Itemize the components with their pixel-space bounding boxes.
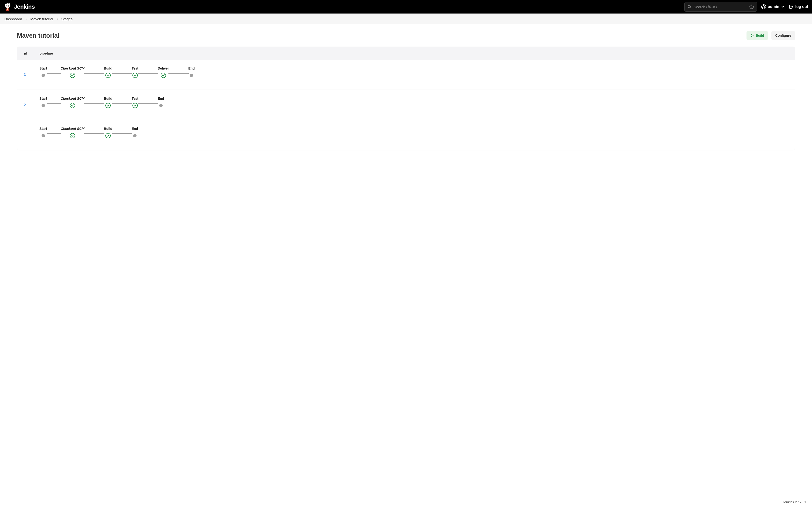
run-id-link[interactable]: 2 xyxy=(24,96,39,107)
pipeline-stage[interactable]: Checkout SCM xyxy=(61,66,85,78)
brand-name: Jenkins xyxy=(14,3,35,10)
chevron-right-icon xyxy=(25,17,27,21)
pipeline-connector xyxy=(47,73,61,74)
top-header: Jenkins admin xyxy=(0,0,812,13)
pipeline-run-row: 1StartCheckout SCMBuildEnd xyxy=(17,120,795,150)
logout-icon xyxy=(789,4,794,9)
pipeline-stage[interactable]: End xyxy=(158,97,164,107)
success-node-icon xyxy=(161,73,166,78)
chevron-right-icon xyxy=(56,17,58,21)
svg-point-6 xyxy=(750,5,754,9)
breadcrumb-item[interactable]: Stages xyxy=(61,17,73,21)
pipeline-stage[interactable]: Start xyxy=(39,97,47,107)
title-actions: Build Configure xyxy=(747,31,795,40)
stage-label: Build xyxy=(104,97,112,101)
logout-label: log out xyxy=(795,5,808,9)
pipeline-stage[interactable]: Checkout SCM xyxy=(61,97,85,108)
pipeline-stage[interactable]: Checkout SCM xyxy=(61,127,85,138)
success-node-icon xyxy=(133,103,138,108)
title-row: Maven tutorial Build Configure xyxy=(17,31,795,40)
stage-label: Test xyxy=(132,66,139,70)
pipeline-connector xyxy=(112,103,132,104)
pipeline-run-row: 2StartCheckout SCMBuildTestEnd xyxy=(17,90,795,120)
pipeline-stage[interactable]: Start xyxy=(39,66,47,77)
pipeline-connector xyxy=(138,103,158,104)
pipeline-stage[interactable]: Deliver xyxy=(158,66,169,78)
pipeline-connector xyxy=(138,73,158,74)
stage-label: Test xyxy=(132,97,139,101)
col-header-id: id xyxy=(24,51,39,55)
pipeline-stage[interactable]: Test xyxy=(132,97,139,108)
search-icon xyxy=(688,5,692,9)
configure-button[interactable]: Configure xyxy=(771,31,795,40)
pipeline-connector xyxy=(168,73,189,74)
help-icon[interactable] xyxy=(749,5,754,9)
success-node-icon xyxy=(70,73,75,78)
stage-label: Checkout SCM xyxy=(61,97,85,101)
user-icon xyxy=(761,4,766,9)
pipeline-connector xyxy=(47,133,61,134)
terminal-node-icon xyxy=(159,104,163,107)
header-actions: admin log out xyxy=(761,4,808,9)
stage-label: End xyxy=(158,97,164,101)
svg-rect-3 xyxy=(7,8,8,10)
pipeline-run-row: 3StartCheckout SCMBuildTestDeliverEnd xyxy=(17,60,795,90)
breadcrumb-item[interactable]: Dashboard xyxy=(4,17,22,21)
run-id-link[interactable]: 1 xyxy=(24,126,39,137)
pipeline-connector xyxy=(47,103,61,104)
pipeline-connector xyxy=(84,73,104,74)
pipeline-stage[interactable]: Test xyxy=(132,66,139,78)
success-node-icon xyxy=(133,73,138,78)
stage-label: Start xyxy=(39,127,47,131)
runs-container: 3StartCheckout SCMBuildTestDeliverEnd2St… xyxy=(17,60,795,150)
terminal-node-icon xyxy=(133,134,137,137)
page-title: Maven tutorial xyxy=(17,32,59,39)
pipeline-connector xyxy=(112,73,132,74)
main-content: Maven tutorial Build Configure id pipeli… xyxy=(0,24,812,160)
pipeline-stage[interactable]: End xyxy=(132,127,138,137)
success-node-icon xyxy=(70,103,75,108)
svg-point-1 xyxy=(6,5,7,6)
pipeline-stage[interactable]: End xyxy=(188,66,195,77)
success-node-icon xyxy=(105,73,111,78)
table-header: id pipeline xyxy=(17,47,795,60)
stage-label: Deliver xyxy=(158,66,169,70)
search-box[interactable] xyxy=(684,2,757,12)
terminal-node-icon xyxy=(42,74,45,77)
pipeline-graph: StartCheckout SCMBuildTestEnd xyxy=(39,96,164,108)
jenkins-mascot-icon xyxy=(4,2,12,12)
success-node-icon xyxy=(105,103,111,108)
terminal-node-icon xyxy=(42,104,45,107)
breadcrumb-item[interactable]: Maven tutorial xyxy=(30,17,53,21)
stage-label: Checkout SCM xyxy=(61,127,85,131)
stage-label: Build xyxy=(104,127,112,131)
svg-line-5 xyxy=(690,7,691,8)
svg-point-2 xyxy=(8,5,9,6)
stage-label: Checkout SCM xyxy=(61,66,85,70)
pipeline-stage[interactable]: Build xyxy=(104,66,112,78)
svg-point-4 xyxy=(688,5,691,8)
terminal-node-icon xyxy=(42,134,45,137)
svg-point-7 xyxy=(751,8,752,8)
jenkins-logo[interactable]: Jenkins xyxy=(4,2,35,12)
chevron-down-icon xyxy=(781,5,784,8)
pipeline-stage[interactable]: Start xyxy=(39,127,47,137)
search-input[interactable] xyxy=(694,5,747,9)
build-button[interactable]: Build xyxy=(747,31,768,40)
pipeline-stage[interactable]: Build xyxy=(104,127,112,138)
pipeline-stage[interactable]: Build xyxy=(104,97,112,108)
success-node-icon xyxy=(70,133,75,138)
stage-label: Start xyxy=(39,97,47,101)
stage-label: End xyxy=(188,66,195,70)
success-node-icon xyxy=(105,133,111,138)
breadcrumb-bar: Dashboard Maven tutorial Stages xyxy=(0,13,812,24)
pipeline-graph: StartCheckout SCMBuildEnd xyxy=(39,126,138,138)
pipeline-connector xyxy=(84,133,104,134)
run-id-link[interactable]: 3 xyxy=(24,65,39,76)
user-name: admin xyxy=(768,5,779,9)
logout-link[interactable]: log out xyxy=(789,4,808,9)
pipeline-runs-card: id pipeline 3StartCheckout SCMBuildTestD… xyxy=(17,47,795,150)
configure-button-label: Configure xyxy=(775,34,791,38)
build-button-label: Build xyxy=(756,34,764,38)
user-menu[interactable]: admin xyxy=(761,4,784,9)
